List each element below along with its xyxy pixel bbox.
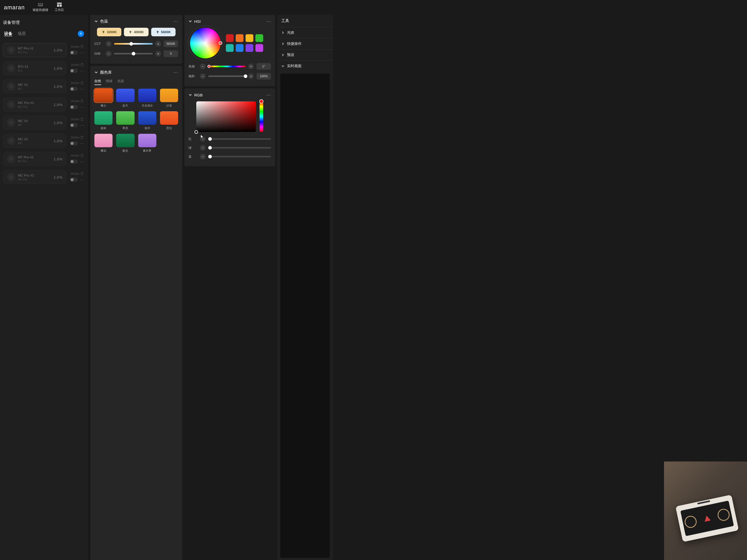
sat-slider[interactable] — [208, 75, 246, 77]
tab-devices[interactable]: 设备 — [4, 31, 12, 36]
device-more[interactable]: ⋯ — [80, 50, 84, 55]
hsi-swatch[interactable] — [246, 44, 253, 52]
gm-slider[interactable] — [114, 53, 153, 54]
chevron-down-icon[interactable] — [188, 93, 192, 97]
device-card[interactable]: MT Pro #1 MT Pro 1.0% — [3, 43, 67, 57]
device-more[interactable]: ⋯ — [80, 123, 84, 128]
device-row[interactable]: MT Pro #2 MT Pro 1.0% 2h10m ⋯ — [2, 150, 86, 168]
hue-minus[interactable]: − — [200, 63, 206, 69]
chevron-down-icon[interactable] — [188, 20, 192, 23]
gm-minus[interactable]: − — [106, 51, 111, 56]
device-more[interactable]: ⋯ — [80, 159, 84, 164]
cct-menu[interactable]: ⋯ — [174, 18, 178, 24]
device-toggle[interactable] — [70, 69, 78, 73]
color-wheel[interactable] — [190, 28, 221, 58]
tool-item[interactable]: 实时画面 — [277, 60, 333, 72]
rgb-picker[interactable] — [196, 101, 256, 132]
device-row[interactable]: MC #1 MC 1.0% 2h10m ⋯ — [2, 77, 86, 95]
swatch-樱花[interactable]: 樱花 — [94, 134, 112, 153]
device-list[interactable]: MT Pro #1 MT Pro 1.0% 2h10m ⋯ B7c #1 B7c… — [2, 41, 86, 557]
hue-plus[interactable]: + — [248, 63, 254, 69]
device-card[interactable]: MC #3 MC 1.0% — [3, 116, 67, 130]
device-toggle[interactable] — [70, 178, 78, 182]
device-card[interactable]: MC #2 MC 1.0% — [3, 134, 67, 148]
cct-preset-4000[interactable]: 4000K — [124, 28, 148, 36]
device-toggle[interactable] — [70, 51, 78, 55]
device-row[interactable]: B7c #1 B7c 1.0% 2h10m ⋯ — [2, 59, 86, 77]
hsi-swatch[interactable] — [226, 44, 234, 52]
cct-preset-5600[interactable]: 5600K — [151, 28, 176, 36]
device-more[interactable]: ⋯ — [80, 86, 84, 92]
tool-item[interactable]: 快捷操作 — [277, 38, 333, 49]
device-toggle[interactable] — [70, 87, 78, 91]
r-slider[interactable] — [208, 138, 271, 140]
device-more[interactable]: ⋯ — [80, 69, 84, 73]
hsi-swatch[interactable] — [236, 44, 243, 52]
library-menu[interactable]: ⋯ — [174, 70, 178, 75]
swatch-极光[interactable]: 极光 — [116, 134, 134, 153]
swatch-森林[interactable]: 森林 — [94, 111, 112, 130]
swatch-霞光[interactable]: 霞光 — [160, 111, 178, 130]
chevron-down-icon[interactable] — [94, 20, 98, 23]
device-card[interactable]: MT Pro #2 MT Pro 1.0% — [3, 152, 67, 166]
device-row[interactable]: MC Pro #1 MC Pro 1.0% 2h10m ⋯ — [2, 95, 86, 113]
swatch-篝火[interactable]: 篝火 — [94, 89, 112, 108]
device-more[interactable]: ⋯ — [80, 105, 84, 110]
device-row[interactable]: MC Pro #2 MC Pro 1.0% 2h10m ⋯ — [2, 168, 86, 186]
sat-value[interactable]: 100% — [256, 73, 271, 80]
g-slider[interactable] — [208, 147, 271, 149]
cct-minus[interactable]: − — [106, 41, 111, 47]
g-minus[interactable]: − — [200, 145, 206, 151]
device-row[interactable]: MC #3 MC 1.0% 2h10m ⋯ — [2, 113, 86, 132]
hue-strip-handle[interactable] — [259, 99, 263, 103]
cct-plus[interactable]: + — [155, 41, 161, 47]
sat-plus[interactable]: + — [248, 73, 254, 79]
add-device-button[interactable]: + — [78, 31, 84, 37]
tool-item[interactable]: 预设 — [277, 49, 333, 60]
device-row[interactable]: MT Pro #1 MT Pro 1.0% 2h10m ⋯ — [2, 41, 86, 59]
device-toggle[interactable] — [70, 159, 78, 163]
hsi-menu[interactable]: ⋯ — [266, 18, 271, 24]
hsi-swatch[interactable] — [236, 34, 243, 42]
hsi-swatch[interactable] — [255, 34, 263, 42]
libtab-nature[interactable]: 自然 — [94, 79, 101, 85]
hue-slider[interactable] — [208, 66, 246, 67]
device-more[interactable]: ⋯ — [80, 177, 84, 182]
b-slider[interactable] — [208, 156, 271, 157]
wheel-handle[interactable] — [218, 41, 222, 45]
device-card[interactable]: MC Pro #1 MC Pro 1.0% — [3, 98, 67, 111]
swatch-月光湖水[interactable]: 月光湖水 — [138, 89, 156, 108]
swatch-草原[interactable]: 草原 — [116, 111, 134, 130]
device-more[interactable]: ⋯ — [80, 141, 84, 146]
hsi-swatch[interactable] — [255, 44, 263, 52]
hsi-swatch[interactable] — [246, 34, 253, 42]
libtab-source[interactable]: 光源 — [117, 79, 124, 85]
swatch-薰衣草[interactable]: 薰衣草 — [138, 134, 156, 153]
hue-value[interactable]: 1° — [256, 63, 271, 70]
swatch-蓝天[interactable]: 蓝天 — [116, 89, 134, 108]
libtab-mood[interactable]: 情绪 — [106, 79, 112, 85]
rgb-menu[interactable]: ⋯ — [266, 92, 271, 98]
hue-strip[interactable] — [260, 101, 263, 132]
device-card[interactable]: MC Pro #2 MC Pro 1.0% — [3, 170, 67, 184]
rgb-handle[interactable] — [195, 130, 198, 134]
sat-minus[interactable]: − — [200, 73, 206, 79]
chevron-down-icon[interactable] — [94, 71, 98, 74]
cct-slider[interactable] — [114, 43, 153, 45]
device-toggle[interactable] — [70, 105, 78, 109]
r-minus[interactable]: − — [200, 136, 206, 142]
tool-item[interactable]: 光效 — [277, 27, 333, 38]
menu-workspace[interactable]: 工作区 — [55, 3, 64, 12]
gm-value[interactable]: 0 — [163, 50, 178, 57]
device-toggle[interactable] — [70, 141, 78, 146]
cct-value[interactable]: 5650K — [163, 41, 178, 47]
b-minus[interactable]: − — [200, 154, 206, 159]
device-toggle[interactable] — [70, 123, 78, 127]
swatch-海洋[interactable]: 海洋 — [138, 111, 156, 130]
tab-scenes[interactable]: 场景 — [18, 31, 26, 36]
menu-shortcuts[interactable]: 键盘快捷键 — [33, 3, 48, 12]
hsi-swatch[interactable] — [226, 34, 234, 42]
device-row[interactable]: MC #2 MC 1.0% 2h10m ⋯ — [2, 132, 86, 150]
swatch-沙漠[interactable]: 沙漠 — [160, 89, 178, 108]
device-card[interactable]: MC #1 MC 1.0% — [3, 79, 67, 93]
